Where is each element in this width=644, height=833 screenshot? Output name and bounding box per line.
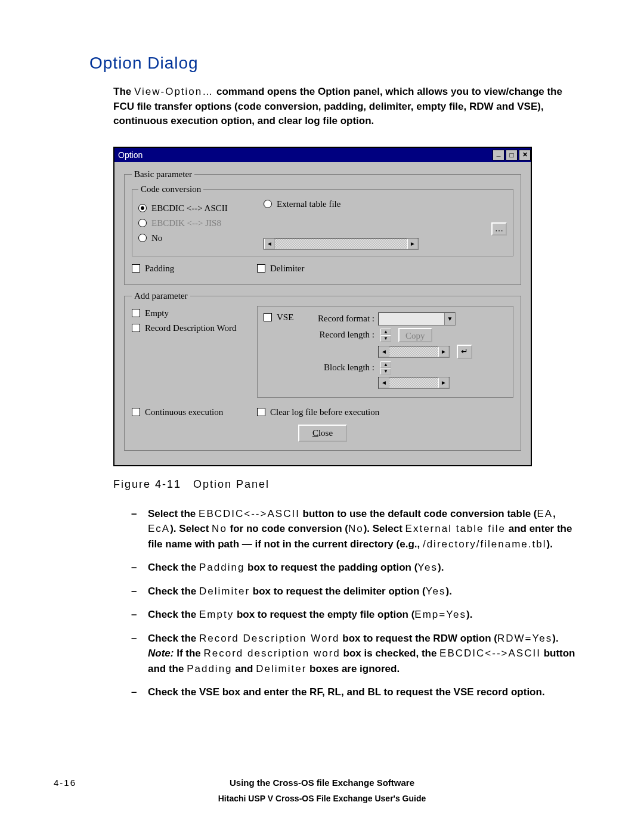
radio-icon	[264, 200, 272, 208]
checkbox-icon	[132, 324, 140, 332]
add-legend: Add parameter	[132, 291, 190, 301]
vse-checkbox[interactable]: VSE	[264, 312, 293, 323]
footer-line2: Hitachi USP V Cross-OS File Exchange Use…	[0, 794, 644, 803]
chevron-down-icon: ▼	[444, 313, 455, 325]
add-parameter-group: Add parameter Empty Record Description W…	[124, 291, 521, 451]
maximize-icon[interactable]	[506, 150, 518, 160]
figure-caption: Figure 4-11 Option Panel	[113, 478, 584, 491]
block-length-scroll[interactable]: ◄ ►	[378, 377, 450, 389]
checkbox-icon	[132, 309, 140, 317]
bullet-item: Check the Delimiter box to request the d…	[131, 584, 584, 599]
titlebar: Option	[114, 148, 531, 162]
rdw-checkbox[interactable]: Record Description Word	[132, 323, 236, 333]
radio-ebcdic-ascii[interactable]: EBCDIC <--> ASCII	[138, 203, 228, 213]
checkbox-icon	[257, 408, 265, 416]
page-number: 4-16	[54, 778, 76, 788]
checkbox-icon	[264, 313, 272, 321]
bullet-item: Check the Empty box to request the empty…	[131, 607, 584, 623]
bullet-item: Check the Padding box to request the pad…	[131, 560, 584, 575]
enter-icon[interactable]: ↵	[457, 345, 472, 359]
block-length-label: Block length :	[303, 363, 374, 373]
scroll-left-icon[interactable]: ◄	[264, 239, 275, 249]
arrow-up-icon[interactable]: ▲	[380, 329, 391, 335]
record-length-spinner[interactable]: ▲ ▼	[380, 329, 391, 342]
scroll-right-icon[interactable]: ►	[438, 377, 449, 388]
checkbox-icon	[257, 264, 265, 272]
record-length-label: Record length :	[303, 330, 374, 340]
empty-checkbox[interactable]: Empty	[132, 308, 169, 318]
arrow-up-icon[interactable]: ▲	[380, 361, 391, 368]
bullet-item: Select the EBCDIC<-->ASCII button to use…	[131, 506, 584, 552]
scroll-right-icon[interactable]: ►	[407, 239, 418, 249]
radio-external-table[interactable]: External table file	[264, 199, 340, 209]
clear-log-checkbox[interactable]: Clear log file before execution	[257, 407, 379, 417]
section-heading: Option Dialog	[89, 54, 584, 73]
footer-line1: Using the Cross-OS file Exchange Softwar…	[0, 778, 644, 788]
bullet-item: Check the Record Description Word box to…	[131, 631, 584, 677]
code-conversion-group: Code conversion EBCDIC <--> ASCII EBCDIK…	[132, 184, 513, 256]
page-footer: 4-16 Using the Cross-OS file Exchange So…	[0, 778, 644, 803]
basic-parameter-group: Basic parameter Code conversion EBCDIC <…	[124, 169, 521, 285]
dialog-title: Option	[118, 150, 143, 160]
radio-dot-icon	[138, 204, 147, 212]
checkbox-icon	[132, 264, 140, 272]
record-length-scroll[interactable]: ◄ ►	[378, 346, 450, 358]
delimiter-checkbox[interactable]: Delimiter	[257, 264, 304, 274]
close-icon[interactable]	[519, 150, 531, 160]
block-length-spinner[interactable]: ▲ ▼	[380, 361, 391, 374]
arrow-down-icon[interactable]: ▼	[380, 335, 391, 342]
scroll-right-icon[interactable]: ►	[438, 346, 449, 357]
checkbox-icon	[132, 408, 140, 416]
code-legend: Code conversion	[138, 184, 203, 194]
continuous-execution-checkbox[interactable]: Continuous execution	[132, 407, 223, 417]
record-format-dropdown[interactable]: ▼	[378, 312, 456, 326]
scroll-left-icon[interactable]: ◄	[379, 346, 389, 357]
bullet-list: Select the EBCDIC<-->ASCII button to use…	[131, 506, 584, 700]
vse-panel: VSE Record format : ▼	[257, 306, 513, 398]
basic-legend: Basic parameter	[132, 169, 194, 179]
option-dialog: Option Basic parameter Code conversion E…	[113, 147, 532, 466]
copy-button[interactable]: Copy	[398, 328, 432, 342]
record-format-label: Record format :	[303, 314, 374, 324]
minimize-icon[interactable]	[493, 150, 504, 160]
intro-paragraph: The View-Option… command opens the Optio…	[113, 85, 566, 129]
scroll-left-icon[interactable]: ◄	[379, 377, 389, 388]
radio-icon	[138, 219, 147, 227]
radio-no[interactable]: No	[138, 233, 162, 243]
external-file-scroll[interactable]: ◄ ►	[264, 238, 419, 250]
padding-checkbox[interactable]: Padding	[132, 264, 174, 274]
arrow-down-icon[interactable]: ▼	[380, 368, 391, 374]
radio-ebcdik-jis8[interactable]: EBCDIK <--> JIS8	[138, 218, 221, 228]
bullet-item: Check the VSE box and enter the RF, RL, …	[131, 685, 584, 700]
radio-icon	[138, 234, 147, 242]
close-button[interactable]: Close	[298, 425, 347, 442]
browse-button[interactable]: …	[491, 222, 507, 236]
